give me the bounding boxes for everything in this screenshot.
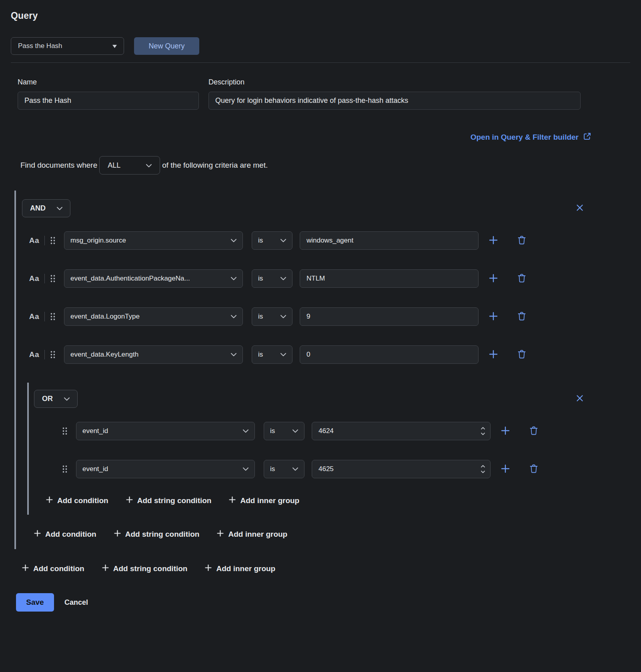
operator-select-value: is [258,275,263,283]
remove-group-button[interactable] [575,203,585,214]
inner-group-operator-value: OR [42,395,53,403]
plus-icon [114,530,121,539]
plus-icon [488,235,499,247]
number-stepper-icon[interactable] [481,464,485,474]
plus-icon [34,530,41,539]
condition-row: event_id is [34,422,630,440]
add-string-condition-button[interactable]: Add string condition [114,530,200,539]
open-in-query-filter-builder-link[interactable]: Open in Query & Filter builder [471,132,591,142]
chevron-down-icon [57,204,62,213]
cancel-button[interactable]: Cancel [64,598,88,607]
remove-group-button[interactable] [575,393,585,405]
string-type-icon[interactable]: Aa [29,312,39,321]
add-condition-after-button[interactable] [487,311,499,323]
chevron-down-icon [280,275,286,283]
add-string-condition-button[interactable]: Add string condition [126,496,212,505]
field-select[interactable]: event_id [76,460,255,478]
inner-group-operator-dropdown[interactable]: OR [34,390,78,408]
plus-icon [500,425,511,437]
drag-handle-icon[interactable] [62,465,68,473]
criteria-prefix-text: Find documents where [20,161,97,170]
new-query-button[interactable]: New Query [134,37,199,55]
delete-condition-button[interactable] [516,349,528,360]
field-select[interactable]: event_data.LogonType [64,307,243,326]
add-inner-group-button[interactable]: Add inner group [205,564,275,573]
number-value-input[interactable] [312,422,491,440]
string-type-icon[interactable]: Aa [29,274,39,283]
add-condition-after-button[interactable] [499,463,511,475]
condition-row: Aa event_data.LogonType is [22,307,630,326]
string-type-icon[interactable]: Aa [29,236,39,245]
add-inner-group-button[interactable]: Add inner group [229,496,299,505]
match-type-dropdown[interactable]: ALL [99,156,160,175]
chevron-down-icon [231,351,236,359]
delete-condition-button[interactable] [516,235,528,246]
description-input[interactable] [208,92,581,110]
value-input[interactable] [300,307,479,326]
divider [44,274,45,283]
value-input[interactable] [300,269,479,288]
operator-select-value: is [270,465,275,473]
field-select[interactable]: event_id [76,422,255,440]
inner-group-header: OR [34,390,585,408]
operator-select[interactable]: is [252,307,292,326]
delete-condition-button[interactable] [516,273,528,284]
trash-icon [529,464,538,475]
delete-condition-button[interactable] [528,426,540,437]
operator-select[interactable]: is [252,269,292,288]
string-type-icon[interactable]: Aa [29,350,39,359]
drag-handle-icon[interactable] [50,275,56,283]
drag-handle-icon[interactable] [50,351,56,359]
delete-condition-button[interactable] [528,464,540,475]
field-select[interactable]: event_data.KeyLength [64,345,243,364]
delete-condition-button[interactable] [516,311,528,322]
save-button[interactable]: Save [16,593,54,612]
number-value-input[interactable] [312,460,491,478]
field-select[interactable]: event_data.AuthenticationPackageNa... [64,269,243,288]
builder-link-row: Open in Query & Filter builder [11,132,630,142]
query-details-form: Name Description [18,78,630,110]
name-input[interactable] [18,92,199,110]
add-string-condition-label: Add string condition [113,564,188,573]
query-editor-page: Query Pass the Hash New Query Name Descr… [0,0,641,612]
add-condition-button[interactable]: Add condition [46,496,108,505]
field-select-value: event_id [82,427,108,435]
match-type-value: ALL [108,161,120,170]
operator-select-value: is [270,427,275,435]
add-condition-button[interactable]: Add condition [34,530,96,539]
add-string-condition-button[interactable]: Add string condition [102,564,188,573]
value-input[interactable] [300,231,479,250]
row-prefix: Aa [22,312,56,321]
add-string-condition-label: Add string condition [125,530,200,539]
add-inner-group-button[interactable]: Add inner group [217,530,287,539]
drag-handle-icon[interactable] [50,237,56,245]
value-input[interactable] [300,345,479,364]
drag-handle-icon[interactable] [50,313,56,321]
operator-select[interactable]: is [264,422,304,440]
add-condition-after-button[interactable] [487,273,499,285]
operator-select[interactable]: is [252,231,292,250]
condition-row: Aa msg_origin.source is [22,231,630,250]
number-stepper-icon[interactable] [481,426,485,436]
add-string-condition-label: Add string condition [137,496,212,505]
builder-link-label: Open in Query & Filter builder [471,133,579,142]
add-condition-after-button[interactable] [487,349,499,361]
root-group-operator-dropdown[interactable]: AND [22,199,70,217]
operator-select[interactable]: is [252,345,292,364]
chevron-down-icon [292,427,298,435]
row-prefix: Aa [22,274,56,283]
criteria-suffix-text: of the following criteria are met. [162,161,268,170]
add-condition-after-button[interactable] [487,235,499,247]
description-label: Description [208,78,581,86]
field-select[interactable]: msg_origin.source [64,231,243,250]
operator-select[interactable]: is [264,460,304,478]
plus-icon [488,311,499,323]
add-condition-after-button[interactable] [499,425,511,437]
saved-query-dropdown[interactable]: Pass the Hash [11,37,124,55]
trash-icon [517,311,526,322]
add-condition-label: Add condition [57,496,108,505]
root-group-add-actions: Add condition Add string condition Add i… [22,530,630,539]
add-condition-button[interactable]: Add condition [22,564,84,573]
value-wrap [312,460,491,478]
drag-handle-icon[interactable] [62,427,68,435]
